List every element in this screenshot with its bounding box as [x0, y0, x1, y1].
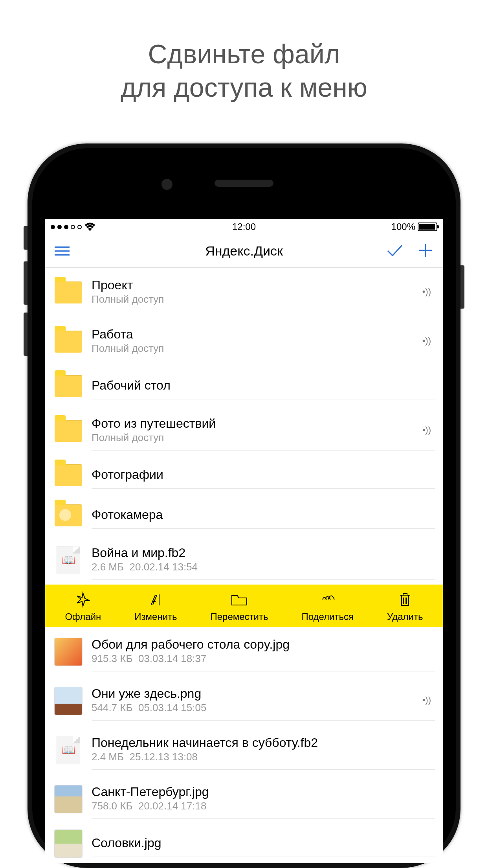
phone-frame: 12:00 100% Яндекс.Диск Прое: [28, 143, 460, 868]
file-list[interactable]: ПроектПолный доступ•))РаботаПолный досту…: [45, 268, 443, 863]
delete-action[interactable]: Удалить: [387, 591, 423, 622]
menu-button[interactable]: [55, 246, 70, 256]
folder-icon: [55, 281, 82, 303]
file-name: Война и мир.fb2: [92, 546, 435, 560]
image-thumbnail: [54, 829, 83, 858]
file-name: Соловки.jpg: [92, 836, 435, 850]
rename-action[interactable]: Изменить: [134, 591, 177, 622]
folder-icon: [55, 464, 82, 486]
shared-icon: •)): [422, 287, 435, 297]
status-bar: 12:00 100%: [45, 219, 443, 235]
list-item[interactable]: Они уже здесь.png544.7 КБ 05.03.14 15:05…: [45, 676, 443, 725]
access-label: Полный доступ: [92, 432, 422, 444]
access-label: Полный доступ: [92, 293, 422, 305]
shared-icon: •)): [422, 695, 435, 705]
airplane-icon: [75, 591, 91, 608]
mute-switch: [24, 226, 28, 250]
file-meta: 915.3 КБ 03.03.14 18:37: [92, 653, 435, 665]
file-name: Проект: [92, 278, 422, 292]
list-item[interactable]: ПроектПолный доступ•)): [45, 268, 443, 317]
volume-down-button: [24, 313, 28, 356]
share-icon: [319, 591, 336, 608]
list-item[interactable]: Фотокамера: [45, 495, 443, 535]
delete-label: Удалить: [387, 611, 423, 622]
rename-icon: [147, 591, 164, 608]
nav-title: Яндекс.Диск: [205, 243, 283, 259]
rename-label: Изменить: [134, 611, 177, 622]
shared-icon: •)): [422, 425, 435, 435]
image-thumbnail: [54, 687, 83, 715]
signal-strength: [51, 223, 96, 231]
wifi-icon: [84, 223, 96, 231]
file-name: Работа: [92, 327, 422, 342]
book-file-icon: 📖: [57, 736, 80, 764]
book-file-icon: 📖: [57, 546, 80, 574]
status-time: 12:00: [232, 221, 256, 232]
select-button[interactable]: [386, 244, 404, 259]
trash-icon: [398, 591, 413, 608]
battery-percent: 100%: [391, 221, 415, 232]
front-camera: [161, 179, 172, 190]
folder-move-icon: [230, 591, 248, 608]
list-item[interactable]: Рабочий стол: [45, 366, 443, 406]
file-name: Понедельник начинается в субботу.fb2: [92, 736, 435, 750]
list-item[interactable]: Санкт-Петербург.jpg758.0 КБ 20.02.14 17:…: [45, 774, 443, 824]
list-item[interactable]: 📖Понедельник начинается в субботу.fb22.4…: [45, 725, 443, 774]
file-name: Санкт-Петербург.jpg: [92, 785, 435, 799]
list-item[interactable]: Соловки.jpg: [45, 824, 443, 863]
folder-icon: [55, 420, 82, 442]
file-name: Фото из путешествий: [92, 416, 422, 431]
promo-line1: Сдвиньте файл: [0, 37, 488, 71]
file-name: Рабочий стол: [92, 378, 435, 393]
file-name: Они уже здесь.png: [92, 686, 422, 701]
list-item[interactable]: Обои для рабочего стола copy.jpg915.3 КБ…: [45, 627, 443, 676]
file-meta: 758.0 КБ 20.02.14 17:18: [92, 800, 435, 812]
file-name: Фотографии: [92, 467, 435, 482]
battery-icon: [418, 223, 437, 231]
image-thumbnail: [54, 785, 83, 813]
list-item[interactable]: РаботаПолный доступ•)): [45, 317, 443, 366]
move-label: Переместить: [210, 611, 268, 622]
move-action[interactable]: Переместить: [210, 591, 268, 622]
screen: 12:00 100% Яндекс.Диск Прое: [45, 219, 443, 863]
folder-icon: [55, 375, 82, 397]
list-item[interactable]: 📖Война и мир.fb22.6 МБ 20.02.14 13:54: [45, 535, 443, 585]
add-button[interactable]: [418, 243, 433, 260]
share-label: Поделиться: [301, 611, 354, 622]
swipe-action-bar: ОфлайнИзменитьПереместитьПоделитьсяУдали…: [45, 585, 443, 627]
offline-action[interactable]: Офлайн: [65, 591, 101, 622]
file-meta: 544.7 КБ 05.03.14 15:05: [92, 702, 422, 714]
file-meta: 2.4 МБ 25.12.13 13:08: [92, 751, 435, 763]
speaker: [215, 180, 273, 187]
promo-line2: для доступа к меню: [0, 71, 488, 104]
list-item[interactable]: Фотографии: [45, 455, 443, 495]
volume-up-button: [24, 261, 28, 305]
nav-bar: Яндекс.Диск: [45, 235, 443, 268]
access-label: Полный доступ: [92, 342, 422, 355]
camera-folder-icon: [55, 504, 82, 526]
offline-label: Офлайн: [65, 611, 101, 622]
image-thumbnail: [54, 638, 83, 666]
file-name: Обои для рабочего стола copy.jpg: [92, 637, 435, 652]
power-button: [460, 265, 464, 309]
file-name: Фотокамера: [92, 508, 435, 522]
shared-icon: •)): [422, 336, 435, 346]
folder-icon: [55, 331, 82, 353]
promo-title: Сдвиньте файл для доступа к меню: [0, 0, 488, 104]
file-meta: 2.6 МБ 20.02.14 13:54: [92, 561, 435, 573]
list-item[interactable]: Фото из путешествийПолный доступ•)): [45, 406, 443, 455]
share-action[interactable]: Поделиться: [301, 591, 354, 622]
